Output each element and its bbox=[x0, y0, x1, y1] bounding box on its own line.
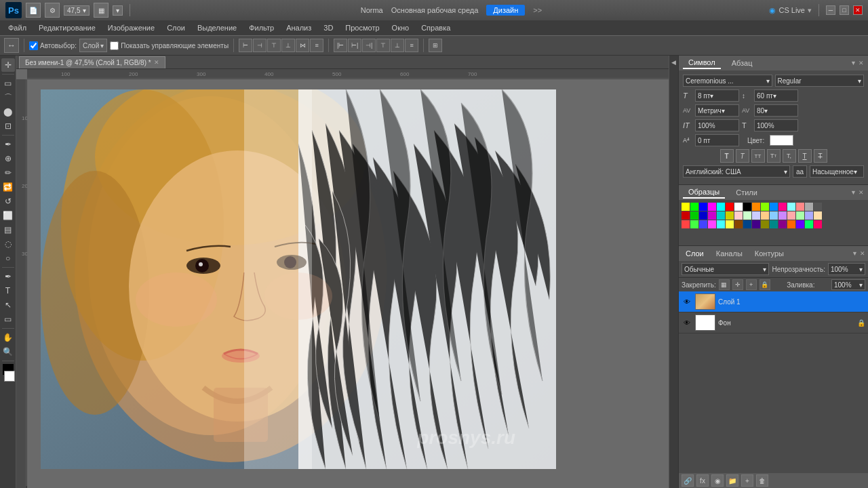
kerning-field[interactable]: Метрич▾ bbox=[695, 104, 739, 117]
tracking-field[interactable]: 80▾ bbox=[754, 104, 798, 117]
align-vcenter-btn[interactable]: ⋈ bbox=[296, 39, 309, 52]
color-swatch[interactable] bbox=[787, 220, 795, 228]
tab-swatches[interactable]: Образцы bbox=[683, 186, 725, 199]
color-swatch[interactable] bbox=[796, 203, 804, 211]
layer-visibility-1[interactable]: 👁 bbox=[682, 296, 692, 307]
color-swatch[interactable] bbox=[770, 203, 778, 211]
menu-file[interactable]: Файл bbox=[3, 22, 32, 33]
move-tool[interactable]: ✛ bbox=[1, 58, 15, 72]
size-dropdown[interactable]: 47,5▾ bbox=[64, 5, 90, 16]
color-swatch[interactable] bbox=[682, 203, 690, 211]
color-swatch[interactable] bbox=[708, 203, 716, 211]
color-swatch[interactable] bbox=[734, 203, 743, 211]
show-controls-check[interactable]: Показать управляющие элементы bbox=[110, 41, 229, 50]
size2-dropdown[interactable]: ▾ bbox=[113, 5, 123, 16]
swatches-close-icon[interactable]: ✕ bbox=[859, 189, 864, 196]
panel-close-icon[interactable]: ✕ bbox=[859, 60, 864, 66]
dist-bottom-btn[interactable]: ≡ bbox=[405, 39, 418, 52]
strikethrough-btn[interactable]: T bbox=[814, 149, 827, 163]
tab-close-icon[interactable]: ✕ bbox=[154, 59, 159, 66]
color-swatch[interactable] bbox=[734, 220, 743, 228]
dist-v-btn[interactable]: ⊥ bbox=[391, 39, 404, 52]
menu-edit[interactable]: Редактирование bbox=[33, 22, 101, 33]
brush-tool[interactable]: ✏ bbox=[1, 166, 15, 180]
color-swatch[interactable] bbox=[796, 211, 804, 220]
add-fx-btn[interactable]: fx bbox=[696, 474, 709, 487]
color-swatch[interactable] bbox=[770, 211, 778, 220]
baseline-field[interactable]: 0 пт bbox=[695, 134, 739, 146]
color-swatch[interactable] bbox=[682, 220, 690, 228]
color-swatch[interactable] bbox=[770, 135, 793, 146]
color-swatch[interactable] bbox=[814, 211, 822, 220]
color-swatch[interactable] bbox=[717, 220, 725, 228]
grid-icon[interactable]: ▦ bbox=[94, 3, 108, 18]
color-swatch[interactable] bbox=[708, 220, 716, 228]
color-swatch[interactable] bbox=[743, 220, 751, 228]
color-swatch[interactable] bbox=[761, 203, 769, 211]
color-swatch[interactable] bbox=[708, 211, 716, 220]
menu-filter[interactable]: Фильтр bbox=[243, 22, 279, 33]
dist-top-btn[interactable]: ⊤ bbox=[376, 39, 390, 52]
color-swatch[interactable] bbox=[805, 203, 813, 211]
color-swatch[interactable] bbox=[805, 220, 813, 228]
dist-left-btn[interactable]: |⊢ bbox=[334, 39, 347, 52]
font-style-dropdown[interactable]: Regular▾ bbox=[775, 75, 865, 87]
panel-minimize-icon[interactable]: ▼ bbox=[850, 60, 856, 66]
color-swatch[interactable] bbox=[726, 203, 734, 211]
swatches-minimize-icon[interactable]: ▼ bbox=[850, 189, 856, 196]
superscript-btn[interactable]: TT bbox=[767, 149, 781, 163]
align-bottom-btn[interactable]: ≡ bbox=[310, 39, 323, 52]
zoom-tool[interactable]: 🔍 bbox=[1, 345, 15, 359]
pen-tool[interactable]: ✒ bbox=[1, 270, 15, 283]
tt-btn[interactable]: TT bbox=[751, 149, 765, 163]
lasso-tool[interactable]: ⌒ bbox=[1, 91, 15, 104]
color-swatch[interactable] bbox=[734, 211, 743, 220]
tab-layers[interactable]: Слои bbox=[682, 248, 708, 259]
blur-tool[interactable]: ◌ bbox=[1, 237, 15, 251]
background-color[interactable] bbox=[4, 371, 15, 382]
history-brush-tool[interactable]: ↺ bbox=[1, 195, 15, 208]
antialiasing-dropdown[interactable]: Насыщенное▾ bbox=[810, 165, 864, 178]
layer-item-1[interactable]: 👁 Слой 1 bbox=[679, 291, 868, 312]
color-swatch[interactable] bbox=[805, 211, 813, 220]
maximize-button[interactable]: □ bbox=[840, 5, 849, 15]
color-swatch[interactable] bbox=[761, 220, 769, 228]
vscale-field[interactable]: 100% bbox=[695, 119, 739, 131]
dist-h-btn[interactable]: ⊢| bbox=[348, 39, 361, 52]
move-tool-icon[interactable]: ↔ bbox=[4, 38, 19, 53]
color-swatch[interactable] bbox=[787, 203, 795, 211]
blend-mode-dropdown[interactable]: Обычные▾ bbox=[682, 263, 769, 275]
color-swatch[interactable] bbox=[787, 211, 795, 220]
dist-right-btn[interactable]: ⊣| bbox=[362, 39, 376, 52]
color-swatch[interactable] bbox=[814, 203, 822, 211]
layers-close-icon[interactable]: ✕ bbox=[860, 250, 865, 257]
lock-lock-icon[interactable]: 🔒 bbox=[760, 279, 770, 290]
color-swatch[interactable] bbox=[699, 211, 707, 220]
color-swatch[interactable] bbox=[726, 211, 734, 220]
color-swatch[interactable] bbox=[778, 220, 787, 228]
color-swatch[interactable] bbox=[752, 211, 760, 220]
leading-field[interactable]: 60 пт▾ bbox=[754, 89, 798, 102]
lock-position-icon[interactable]: ✛ bbox=[732, 279, 743, 290]
select-tool[interactable]: ↖ bbox=[1, 298, 15, 312]
tab-channels[interactable]: Каналы bbox=[712, 248, 747, 259]
fill-field[interactable]: 100%▾ bbox=[831, 279, 865, 290]
tab-paragraph[interactable]: Абзац bbox=[726, 58, 758, 68]
color-swatch[interactable] bbox=[796, 220, 804, 228]
menu-view[interactable]: Просмотр bbox=[340, 22, 384, 33]
cs-dropdown-icon[interactable]: ▾ bbox=[808, 6, 812, 15]
font-size-field[interactable]: 8 пт▾ bbox=[695, 89, 739, 102]
menu-select[interactable]: Выделение bbox=[192, 22, 242, 33]
layers-minimize-icon[interactable]: ▼ bbox=[852, 250, 858, 257]
shape-tool[interactable]: ▭ bbox=[1, 312, 15, 326]
color-swatch[interactable] bbox=[690, 211, 698, 220]
color-swatch[interactable] bbox=[690, 203, 698, 211]
document-icon[interactable]: 📄 bbox=[26, 3, 41, 18]
align-right-btn[interactable]: ⊤ bbox=[267, 39, 281, 52]
spot-heal-tool[interactable]: ⊕ bbox=[1, 152, 15, 165]
underline-btn[interactable]: T bbox=[798, 149, 812, 163]
opacity-field[interactable]: 100%▾ bbox=[828, 263, 865, 275]
layer-visibility-bg[interactable]: 👁 bbox=[682, 317, 692, 328]
new-layer-btn[interactable]: + bbox=[741, 474, 753, 487]
menu-window[interactable]: Окно bbox=[387, 22, 415, 33]
